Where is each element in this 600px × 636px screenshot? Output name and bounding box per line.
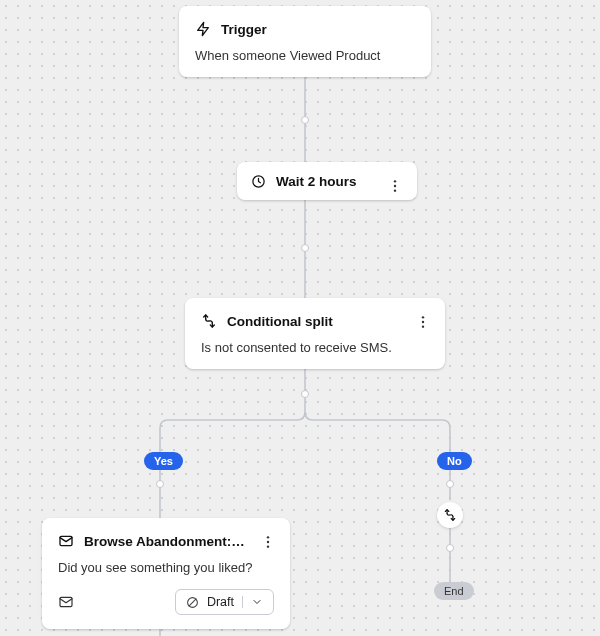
- wait-title: Wait 2 hours: [276, 174, 357, 189]
- split-subtitle: Is not consented to receive SMS.: [201, 340, 429, 355]
- svg-point-15: [267, 545, 269, 547]
- split-icon: [443, 508, 457, 522]
- mail-outline-icon: [58, 594, 74, 610]
- lightning-icon: [195, 21, 211, 37]
- connector-dot: [156, 480, 164, 488]
- email-menu-button[interactable]: [256, 530, 280, 554]
- split-menu-button[interactable]: [411, 310, 435, 334]
- svg-point-8: [394, 189, 396, 191]
- connector-dot: [446, 544, 454, 552]
- email-title: Browse Abandonment: Email…: [84, 534, 248, 549]
- branch-pill-yes: Yes: [144, 452, 183, 470]
- trigger-node[interactable]: Trigger When someone Viewed Product: [179, 6, 431, 77]
- svg-point-9: [422, 316, 424, 318]
- trigger-subtitle: When someone Viewed Product: [195, 48, 415, 63]
- connector-dot: [301, 244, 309, 252]
- status-select[interactable]: Draft: [175, 589, 274, 615]
- svg-point-10: [422, 321, 424, 323]
- email-node[interactable]: Browse Abandonment: Email… Did you see s…: [42, 518, 290, 629]
- svg-point-7: [394, 185, 396, 187]
- svg-point-13: [267, 536, 269, 538]
- email-subtitle: Did you see something you liked?: [58, 560, 274, 575]
- svg-point-11: [422, 325, 424, 327]
- chevron-down-icon: [242, 596, 263, 608]
- conditional-split-node[interactable]: Conditional split Is not consented to re…: [185, 298, 445, 369]
- wait-menu-button[interactable]: [383, 174, 407, 198]
- connector-dot: [446, 480, 454, 488]
- trigger-title: Trigger: [221, 22, 267, 37]
- draft-status-icon: [186, 596, 199, 609]
- connector-dot: [301, 390, 309, 398]
- connector-dot: [301, 116, 309, 124]
- status-label: Draft: [207, 595, 234, 609]
- branch-pill-no: No: [437, 452, 472, 470]
- flow-canvas: Trigger When someone Viewed Product Wait…: [0, 0, 600, 636]
- end-pill: End: [434, 582, 474, 600]
- mail-icon: [58, 533, 74, 549]
- split-title: Conditional split: [227, 314, 333, 329]
- svg-point-6: [394, 180, 396, 182]
- svg-line-18: [189, 598, 197, 606]
- split-icon: [201, 313, 217, 329]
- svg-point-14: [267, 541, 269, 543]
- wait-node[interactable]: Wait 2 hours: [237, 162, 417, 200]
- clock-icon: [251, 174, 266, 189]
- junction-node[interactable]: [437, 502, 463, 528]
